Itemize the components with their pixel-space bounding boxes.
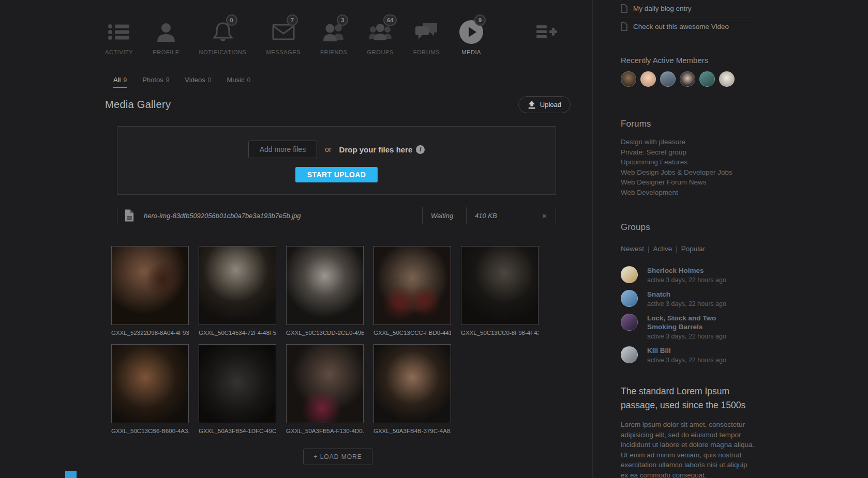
- lorem-text: Lorem ipsum dolor sit amet, consectetur …: [621, 420, 756, 478]
- nav-item-forums[interactable]: FORUMS: [413, 20, 440, 70]
- page-title: Media Gallery: [105, 99, 171, 111]
- sidebar: My daily blog entry Check out this aweso…: [592, 0, 868, 478]
- tab-music[interactable]: Music0: [227, 76, 251, 88]
- media-thumbnail[interactable]: [111, 246, 189, 325]
- nav-item-friends[interactable]: 3 FRIENDS: [320, 20, 347, 70]
- media-item[interactable]: GXXL_50C13CDD-2CE0-49B...: [286, 246, 364, 336]
- forum-link[interactable]: Design with pleasure: [621, 137, 756, 147]
- nav-item-notifications[interactable]: 0 NOTIFICATIONS: [199, 20, 247, 70]
- forums-icon: [414, 22, 438, 42]
- group-list-item: Sherlock Holmes active 3 days, 22 hours …: [621, 266, 756, 284]
- footer-accent: [65, 471, 77, 478]
- media-thumbnail[interactable]: [373, 344, 451, 423]
- file-size: 410 KB: [466, 207, 533, 224]
- group-avatar[interactable]: [621, 290, 638, 307]
- filter-popular[interactable]: Popular: [681, 245, 706, 253]
- group-name[interactable]: Sherlock Holmes: [647, 266, 746, 275]
- document-icon: [621, 4, 627, 13]
- media-item[interactable]: GXXL_50A3FB4B-379C-4A8...: [373, 344, 451, 434]
- member-avatar[interactable]: [699, 71, 715, 87]
- profile-icon: [156, 22, 176, 42]
- start-upload-button[interactable]: START UPLOAD: [295, 167, 378, 182]
- member-avatar[interactable]: [640, 71, 656, 87]
- filter-active[interactable]: Active: [653, 245, 672, 253]
- load-more-button[interactable]: + LOAD MORE: [303, 449, 372, 465]
- media-thumbnail[interactable]: [111, 344, 189, 423]
- media-item[interactable]: GXXL_50A3FB54-1DFC-49C...: [199, 344, 276, 434]
- forum-link[interactable]: Web Development: [621, 188, 756, 198]
- group-name[interactable]: Snatch: [647, 290, 746, 299]
- add-more-files-button[interactable]: Add more files: [248, 141, 317, 158]
- forums-heading: Forums: [621, 119, 756, 129]
- notification-count-badge: 0: [226, 14, 237, 26]
- forum-link[interactable]: Web Design Jobs & Developer Jobs: [621, 167, 756, 178]
- nav-label: FORUMS: [413, 49, 440, 55]
- remove-file-button[interactable]: ×: [533, 207, 556, 224]
- member-avatar[interactable]: [680, 71, 695, 87]
- media-count-badge: 9: [474, 14, 486, 26]
- forum-link[interactable]: Web Designer Forum News: [621, 177, 756, 188]
- tab-videos[interactable]: Videos0: [185, 76, 211, 88]
- recent-post-link[interactable]: My daily blog entry: [621, 0, 756, 18]
- media-item[interactable]: GXXL_50C13CC0-8F98-4F42...: [461, 246, 538, 336]
- media-thumbnail[interactable]: [199, 246, 276, 325]
- group-activity-meta: active 3 days, 22 hours ago: [647, 276, 746, 284]
- media-item[interactable]: GXXL_50C13CCC-FBD0-441...: [373, 246, 451, 336]
- media-thumbnail[interactable]: [373, 246, 451, 325]
- group-activity-meta: active 3 days, 22 hours ago: [647, 357, 746, 364]
- nav-item-activity[interactable]: ACTIVITY: [105, 20, 133, 70]
- drop-files-text: Drop your files here i: [339, 145, 425, 154]
- upload-drop-zone[interactable]: Add more files or Drop your files here i…: [117, 126, 556, 195]
- media-thumbnail[interactable]: [199, 344, 276, 423]
- media-item[interactable]: GXXL_50C14534-72F4-48F5...: [199, 246, 276, 336]
- nav-item-profile[interactable]: PROFILE: [153, 20, 179, 70]
- nav-item-groups[interactable]: 64 GROUPS: [367, 20, 394, 70]
- group-list-item: Lock, Stock and Two Smoking Barrels acti…: [621, 314, 756, 340]
- nav-label: PROFILE: [153, 49, 179, 55]
- media-tabs: All9 Photos9 Videos0 Music0: [105, 76, 571, 88]
- file-name: hero-img-83dfb5092056b01cb0a7be3a193b7e5…: [141, 207, 422, 224]
- media-thumbnail[interactable]: [286, 344, 364, 423]
- recent-post-link[interactable]: Check out this awesome Video: [621, 18, 756, 36]
- media-filename: GXXL_50A3FB4B-379C-4A8...: [373, 428, 451, 434]
- member-avatar[interactable]: [719, 71, 735, 87]
- forum-link[interactable]: Upcomming Features: [621, 157, 756, 167]
- media-filename: GXXL_50A3FB5A-F130-4D0...: [286, 428, 364, 434]
- tab-count: 0: [247, 76, 250, 84]
- group-name[interactable]: Kill Bill: [647, 346, 746, 355]
- member-avatar[interactable]: [621, 71, 636, 87]
- file-icon: [117, 207, 141, 224]
- filter-newest[interactable]: Newest: [621, 245, 644, 253]
- group-avatar[interactable]: [621, 314, 638, 331]
- media-filename: GXXL_50C13CC0-8F98-4F42...: [461, 330, 538, 336]
- tab-photos[interactable]: Photos9: [142, 76, 169, 88]
- group-avatar[interactable]: [621, 346, 638, 363]
- nav-item-media[interactable]: 9 MEDIA: [459, 20, 483, 70]
- media-item[interactable]: GXXL_50A3FB5A-F130-4D0...: [286, 344, 364, 434]
- media-item[interactable]: GXXL_50C13CB6-B600-4A3...: [111, 344, 189, 434]
- info-icon[interactable]: i: [416, 145, 425, 154]
- upload-queue-row: hero-img-83dfb5092056b01cb0a7be3a193b7e5…: [117, 207, 556, 224]
- add-new-icon[interactable]: [536, 25, 557, 39]
- nav-label: GROUPS: [367, 49, 394, 55]
- nav-label: FRIENDS: [320, 49, 347, 55]
- media-filename: GXXL_50C13CB6-B600-4A3...: [111, 428, 189, 434]
- group-filters: Newest|Active|Popular: [621, 245, 756, 253]
- member-avatars: [621, 71, 756, 87]
- document-icon: [621, 22, 627, 31]
- media-thumbnail[interactable]: [461, 246, 538, 325]
- lorem-heading: The standard Lorem Ipsum passage, used s…: [621, 384, 748, 412]
- tab-all[interactable]: All9: [113, 76, 127, 88]
- group-avatar[interactable]: [621, 266, 638, 283]
- group-name[interactable]: Lock, Stock and Two Smoking Barrels: [647, 314, 746, 331]
- forum-link[interactable]: Private: Secret group: [621, 147, 756, 158]
- nav-item-messages[interactable]: 7 MESSAGES: [266, 20, 301, 70]
- upload-button[interactable]: Upload: [518, 96, 571, 113]
- nav-label: NOTIFICATIONS: [199, 49, 247, 55]
- group-list-item: Kill Bill active 3 days, 22 hours ago: [621, 346, 756, 364]
- media-item[interactable]: GXXL_52322D98-8A04-4F93...: [111, 246, 189, 336]
- member-avatar[interactable]: [660, 71, 676, 87]
- main-content: ACTIVITY PROFILE: [105, 0, 571, 465]
- media-thumbnail[interactable]: [286, 246, 364, 325]
- group-activity-meta: active 3 days, 22 hours ago: [647, 333, 746, 340]
